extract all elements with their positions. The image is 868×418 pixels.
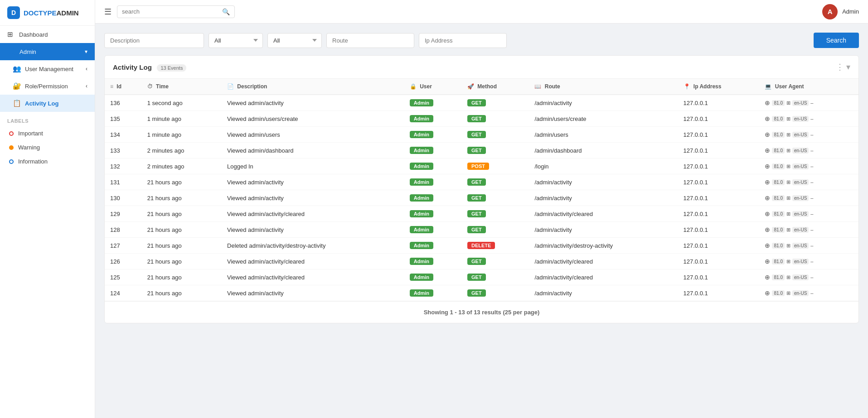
cell-ua: ⊕ 81.0 ⊞ en-US – xyxy=(759,159,858,174)
cell-ip: 127.0.0.1 xyxy=(678,238,760,254)
browser-icon: ⊕ xyxy=(765,289,770,297)
all-filter-1[interactable]: All xyxy=(209,33,263,48)
cell-route: /admin/dashboard xyxy=(529,143,678,159)
sidebar-item-activity-log[interactable]: 📋 Activity Log xyxy=(0,95,95,112)
cell-user: Admin xyxy=(404,222,462,238)
cell-ip: 127.0.0.1 xyxy=(678,143,760,159)
ua-dots: – xyxy=(810,132,813,137)
search-button[interactable]: Search xyxy=(814,33,859,48)
ua-grid-icon: ⊞ xyxy=(786,274,790,280)
admin-chevron-icon: ▾ xyxy=(85,48,87,55)
sidebar-label-information[interactable]: Information xyxy=(0,154,95,168)
ip-filter[interactable] xyxy=(419,33,507,48)
col-ua: 💻 User Agent xyxy=(759,79,858,95)
username-label: Admin xyxy=(842,8,859,15)
role-icon: 🔐 xyxy=(13,82,21,90)
table-row: 125 21 hours ago Viewed admin/activity/c… xyxy=(105,269,858,285)
cell-route: /admin/activity/cleared xyxy=(529,269,678,285)
ua-lang: en-US xyxy=(792,100,809,106)
cell-user: Admin xyxy=(404,269,462,285)
browser-icon: ⊕ xyxy=(765,178,770,186)
ua-grid-icon: ⊞ xyxy=(786,259,790,264)
col-time: ⏱ Time xyxy=(142,79,222,95)
cell-ip: 127.0.0.1 xyxy=(678,222,760,238)
activity-icon: 📋 xyxy=(13,99,21,107)
cell-method: GET xyxy=(462,254,529,269)
browser-icon: ⊕ xyxy=(765,147,770,154)
cell-description: Viewed admin/activity xyxy=(222,285,404,301)
cell-method: GET xyxy=(462,222,529,238)
ua-version: 81.0 xyxy=(772,148,784,154)
cell-method: GET xyxy=(462,269,529,285)
cell-time: 1 second ago xyxy=(142,95,222,111)
cell-time: 21 hours ago xyxy=(142,174,222,190)
label-text-important: Important xyxy=(18,130,43,137)
ua-dots: – xyxy=(810,274,813,280)
ua-grid-icon: ⊞ xyxy=(786,116,790,122)
sidebar-item-admin[interactable]: 👤 Admin ▾ xyxy=(0,43,95,60)
sidebar-label-warning[interactable]: Warning xyxy=(0,140,95,154)
ua-grid-icon: ⊞ xyxy=(786,290,790,296)
card-header: Activity Log 13 Events ⋮ ▾ xyxy=(105,56,858,79)
browser-icon: ⊕ xyxy=(765,131,770,138)
ua-grid-icon: ⊞ xyxy=(786,148,790,154)
sidebar-item-user-management[interactable]: 👥 User Management ‹ xyxy=(0,60,95,77)
cell-method: GET xyxy=(462,285,529,301)
cell-route: /admin/activity xyxy=(529,174,678,190)
cell-time: 21 hours ago xyxy=(142,206,222,222)
cell-user: Admin xyxy=(404,254,462,269)
ua-dots: – xyxy=(810,243,813,248)
cell-description: Viewed admin/dashboard xyxy=(222,143,404,159)
cell-route: /admin/activity xyxy=(529,190,678,206)
sidebar-item-dashboard[interactable]: ⊞ Dashboard xyxy=(0,26,95,43)
sidebar-item-role-permission[interactable]: 🔐 Role/Permission ‹ xyxy=(0,77,95,95)
user-management-chevron-icon: ‹ xyxy=(86,66,87,72)
cell-id: 132 xyxy=(105,159,142,174)
ua-lang: en-US xyxy=(792,148,809,154)
ua-dots: – xyxy=(810,259,813,264)
main-area: ☰ 🔍 A Admin All All Search xyxy=(95,0,868,418)
cell-time: 21 hours ago xyxy=(142,285,222,301)
events-badge: 13 Events xyxy=(157,64,186,72)
topbar: ☰ 🔍 A Admin xyxy=(95,0,868,24)
cell-id: 131 xyxy=(105,174,142,190)
cell-method: GET xyxy=(462,190,529,206)
route-filter[interactable] xyxy=(326,33,414,48)
sidebar-label-activity-log: Activity Log xyxy=(25,100,87,107)
search-input[interactable] xyxy=(122,8,219,15)
ua-version: 81.0 xyxy=(772,259,784,264)
cell-ua: ⊕ 81.0 ⊞ en-US – xyxy=(759,111,858,127)
col-description: 📄 Description xyxy=(222,79,404,95)
all-filter-2[interactable]: All xyxy=(267,33,322,48)
admin-icon: 👤 xyxy=(7,48,16,56)
logo[interactable]: D DOCTYPEADMIN xyxy=(0,0,95,26)
ua-version: 81.0 xyxy=(772,116,784,122)
ua-lang: en-US xyxy=(792,211,809,217)
cell-user: Admin xyxy=(404,206,462,222)
user-menu[interactable]: A Admin xyxy=(822,4,859,19)
card-actions[interactable]: ⋮ ▾ xyxy=(836,62,850,72)
cell-user: Admin xyxy=(404,95,462,111)
cell-id: 125 xyxy=(105,269,142,285)
sidebar-label-role-permission: Role/Permission xyxy=(25,83,82,90)
cell-description: Viewed admin/activity xyxy=(222,174,404,190)
cell-id: 129 xyxy=(105,206,142,222)
role-chevron-icon: ‹ xyxy=(86,83,87,89)
ua-dots: – xyxy=(810,179,813,185)
cell-description: Viewed admin/activity/cleared xyxy=(222,269,404,285)
ua-lang: en-US xyxy=(792,116,809,122)
cell-id: 128 xyxy=(105,222,142,238)
browser-icon: ⊕ xyxy=(765,99,770,106)
table-row: 135 1 minute ago Viewed admin/users/crea… xyxy=(105,111,858,127)
cell-time: 21 hours ago xyxy=(142,190,222,206)
description-filter[interactable] xyxy=(104,33,204,48)
menu-toggle-icon[interactable]: ☰ xyxy=(104,7,112,17)
sidebar-label-important[interactable]: Important xyxy=(0,126,95,140)
content-area: All All Search Activity Log 13 Events ⋮ … xyxy=(95,24,868,418)
cell-ua: ⊕ 81.0 ⊞ en-US – xyxy=(759,174,858,190)
ua-lang: en-US xyxy=(792,274,809,280)
ua-lang: en-US xyxy=(792,179,809,185)
browser-icon: ⊕ xyxy=(765,115,770,122)
cell-user: Admin xyxy=(404,238,462,254)
cell-ua: ⊕ 81.0 ⊞ en-US – xyxy=(759,95,858,111)
